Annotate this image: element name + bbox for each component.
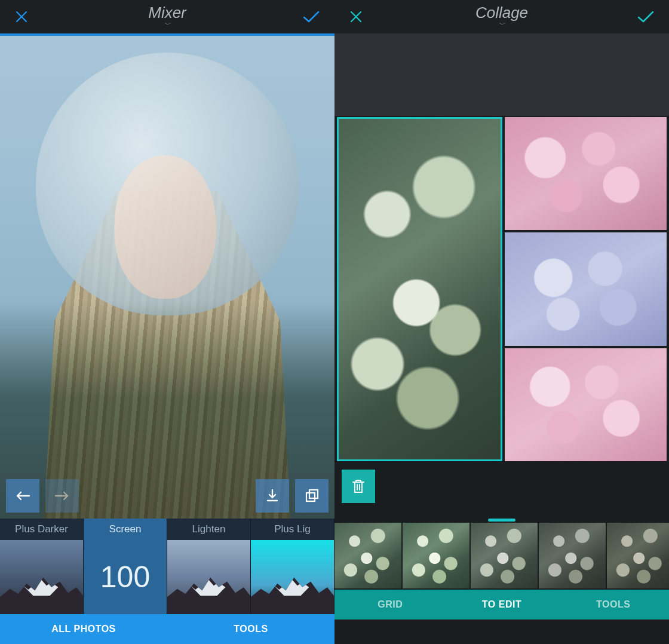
collage-cell-2[interactable] — [505, 117, 667, 230]
trash-button[interactable] — [342, 470, 375, 503]
mixer-title: Mixer ﹀ — [0, 4, 334, 30]
duplicate-button[interactable] — [295, 479, 329, 513]
mixer-canvas[interactable] — [0, 36, 334, 519]
collage-action-row — [334, 462, 669, 516]
filter-thumb-5[interactable] — [607, 523, 669, 588]
nav-tools[interactable]: TOOLS — [167, 614, 334, 644]
nav-grid[interactable]: GRID — [334, 590, 446, 620]
collage-canvas[interactable] — [334, 116, 669, 462]
blend-mode-row[interactable]: Plus Darker Screen 100 Lighten Plus Lig — [0, 519, 334, 614]
blend-mode-lighten[interactable]: Lighten — [167, 519, 251, 614]
blend-label: Screen — [109, 519, 142, 540]
collage-title: Collage ﹀ — [334, 4, 669, 30]
undo-button[interactable] — [6, 479, 39, 513]
confirm-icon[interactable] — [633, 6, 658, 27]
mixer-bottom-nav: ALL PHOTOS TOOLS — [0, 614, 334, 644]
mixer-canvas-toolbar — [0, 473, 334, 519]
collage-cell-4[interactable] — [505, 348, 667, 461]
drawer-handle-row — [334, 516, 669, 523]
blend-mode-plus-darker[interactable]: Plus Darker — [0, 519, 84, 614]
redo-button[interactable] — [45, 479, 79, 513]
collage-cell-1[interactable] — [337, 117, 502, 461]
svg-rect-1 — [309, 490, 318, 498]
nav-all-photos[interactable]: ALL PHOTOS — [0, 614, 167, 644]
filter-thumb-1[interactable] — [334, 523, 401, 588]
confirm-icon[interactable] — [299, 6, 324, 27]
blend-value: 100 — [84, 540, 167, 614]
nav-tools[interactable]: TOOLS — [557, 590, 669, 620]
blend-label: Plus Lig — [274, 519, 310, 540]
filter-thumb-4[interactable] — [539, 523, 606, 588]
blend-mode-plus-lighter[interactable]: Plus Lig — [251, 519, 334, 614]
import-button[interactable] — [256, 479, 289, 513]
collage-bottom-nav: GRID TO EDIT TOOLS — [334, 590, 669, 620]
mixer-header: Mixer ﹀ — [0, 0, 334, 33]
drag-handle-icon[interactable] — [488, 519, 515, 522]
blend-mode-screen[interactable]: Screen 100 — [84, 519, 167, 614]
svg-rect-0 — [306, 493, 315, 501]
collage-cell-3[interactable] — [505, 232, 667, 345]
mixer-screen: Mixer ﹀ — [0, 0, 334, 644]
collage-header: Collage ﹀ — [334, 0, 669, 33]
collage-screen: Collage ﹀ GRID TO EDIT — [334, 0, 669, 644]
blend-label: Plus Darker — [15, 519, 68, 540]
nav-to-edit[interactable]: TO EDIT — [446, 590, 558, 620]
blend-label: Lighten — [192, 519, 226, 540]
close-icon[interactable] — [345, 6, 367, 27]
collage-right-column — [505, 117, 667, 461]
close-icon[interactable] — [11, 6, 32, 27]
filter-strip[interactable] — [334, 523, 669, 590]
collage-padding — [334, 33, 669, 116]
filter-thumb-3[interactable] — [471, 523, 538, 588]
filter-thumb-2[interactable] — [403, 523, 469, 588]
forest-layer — [0, 36, 334, 519]
chevron-down-icon[interactable]: ﹀ — [0, 20, 334, 30]
chevron-down-icon[interactable]: ﹀ — [334, 20, 669, 30]
